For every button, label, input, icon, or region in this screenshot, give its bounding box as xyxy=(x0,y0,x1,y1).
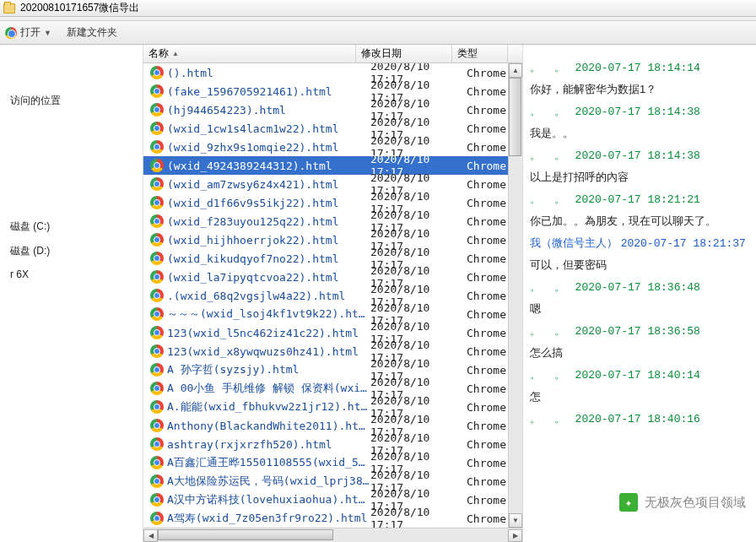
file-name: A.能能(wxid_fbhukvw2z1jr12).html xyxy=(167,399,370,415)
file-name: (wxid_la7ipyqtcvoa22).html xyxy=(167,271,370,284)
file-name: .(wxid_68q2vgsjlw4a22).html xyxy=(167,290,370,302)
file-name: A汉中方诺科技(lovehuxiaohua).html xyxy=(167,492,370,507)
sidebar-drive-c[interactable]: 磁盘 (C:) xyxy=(7,214,136,239)
file-name: (hj944654223).html xyxy=(167,104,370,117)
sidebar-drive-d[interactable]: 磁盘 (D:) xyxy=(7,239,136,263)
chat-timestamp: 。 。 2020-07-17 18:14:38 xyxy=(530,104,749,119)
scroll-track[interactable] xyxy=(509,78,522,513)
hscroll-track[interactable] xyxy=(158,529,508,542)
chrome-file-icon xyxy=(150,214,164,228)
chrome-file-icon xyxy=(150,344,164,358)
col-scroll-gap xyxy=(508,45,522,62)
sidebar-other[interactable]: r 6X xyxy=(7,263,136,285)
chrome-file-icon xyxy=(150,196,164,209)
sort-asc-icon: ▲ xyxy=(172,50,179,57)
scroll-down-icon[interactable]: ▼ xyxy=(509,513,522,528)
folder-icon xyxy=(3,3,15,14)
chrome-file-icon xyxy=(150,326,164,339)
open-button[interactable]: 打开 xyxy=(20,25,40,40)
chat-message: 你已加。。為朋友，現在可以聊天了。 xyxy=(530,214,749,229)
file-name: (wxid_hijhhoerrjok22).html xyxy=(167,234,370,247)
file-name: ～～～(wxid_lsoj4kf1vt9k22).html xyxy=(167,306,370,322)
file-list[interactable]: ().html2020/8/10 17:17Chrome HT(fake_159… xyxy=(143,63,522,528)
chrome-file-icon xyxy=(150,493,164,507)
chrome-file-icon xyxy=(150,233,164,247)
chrome-file-icon xyxy=(150,382,164,395)
file-name: A大地保险苏运民，号码(wxid_lprj384... xyxy=(167,474,370,489)
file-modified: 2020/8/10 17:17 xyxy=(370,506,467,528)
wechat-icon: ✦ xyxy=(619,493,638,512)
file-name: A 孙字哲(syzsjy).html xyxy=(167,362,370,377)
hscroll-thumb[interactable] xyxy=(158,529,333,540)
chat-message: 你好，能解密华为数据1？ xyxy=(530,82,749,97)
chat-message: 可以，但要密码 xyxy=(530,257,749,273)
chrome-file-icon xyxy=(150,512,164,525)
chat-message: 以上是打招呼的內容 xyxy=(530,170,749,185)
chrome-file-icon xyxy=(150,270,164,284)
chrome-file-icon xyxy=(150,419,164,432)
scroll-right-icon[interactable]: ▶ xyxy=(508,529,522,542)
file-name: (wxid_9zhx9s1omqie22).html xyxy=(167,141,370,154)
scroll-thumb[interactable] xyxy=(509,78,521,156)
sidebar-recent[interactable]: 访问的位置 xyxy=(7,89,136,113)
chat-message: 我是。。 xyxy=(530,126,749,141)
open-dropdown-arrow[interactable]: ▼ xyxy=(44,29,51,37)
chrome-file-icon xyxy=(150,400,164,414)
file-name: A驾寿(wxid_7z05en3fr9ro22).html xyxy=(167,511,370,526)
chrome-file-icon xyxy=(150,103,164,117)
column-headers: 名称▲ 修改日期 类型 xyxy=(143,45,522,63)
chrome-file-icon xyxy=(150,66,164,79)
horizontal-scrollbar[interactable]: ◀ ▶ xyxy=(143,528,522,542)
window-title: 20200810171657微信导出 xyxy=(20,1,139,15)
chat-timestamp: 。 。 2020-07-17 18:14:14 xyxy=(530,60,749,75)
file-name: (wxid_kikudqyof7no22).html xyxy=(167,252,370,265)
file-name: ().html xyxy=(167,67,370,79)
chat-message: 怎么搞 xyxy=(530,345,749,360)
chrome-file-icon xyxy=(150,140,164,154)
chrome-icon xyxy=(5,27,17,39)
file-name: A 00小鱼 手机维修 解锁 保资料(wxid... xyxy=(167,381,370,396)
file-name: A百鑫汇通王晔15501108555(wxid_5201... xyxy=(167,455,370,470)
chrome-file-icon xyxy=(150,363,164,377)
file-pane: 名称▲ 修改日期 类型 ().html2020/8/10 17:17Chrome… xyxy=(143,45,523,542)
file-name: 123(wxid_x8ywqwuzs0hz41).html xyxy=(167,345,370,358)
watermark: ✦ 无极灰色项目领域 xyxy=(616,491,749,513)
file-name: (wxid_am7zwsy6z4x421).html xyxy=(167,178,370,191)
toolbar: 打开 ▼ 新建文件夹 xyxy=(0,21,756,45)
file-name: 123(wxid_l5nc462iz41c22).html xyxy=(167,327,370,339)
col-modified[interactable]: 修改日期 xyxy=(356,45,452,62)
chat-message: 嗯 xyxy=(530,301,749,317)
scroll-left-icon[interactable]: ◀ xyxy=(143,529,158,542)
file-name: (wxid_1cw1s4lacm1w22).html xyxy=(167,122,370,135)
chat-timestamp: 。 。 2020-07-17 18:40:14 xyxy=(530,367,749,382)
chat-timestamp: 。 。 2020-07-17 18:40:16 xyxy=(530,411,749,426)
new-folder-button[interactable]: 新建文件夹 xyxy=(67,25,117,40)
chrome-file-icon xyxy=(150,177,164,191)
chrome-file-icon xyxy=(150,84,164,98)
chrome-file-icon xyxy=(150,122,164,135)
watermark-text: 无极灰色项目领域 xyxy=(645,495,746,511)
chrome-file-icon xyxy=(150,159,164,172)
file-row[interactable]: A驾寿(wxid_7z05en3fr9ro22).html2020/8/10 1… xyxy=(143,509,522,528)
vertical-scrollbar[interactable]: ▲ ▼ xyxy=(508,63,522,528)
col-name[interactable]: 名称▲ xyxy=(143,45,356,62)
chat-sender-me: 我（微信号主人） 2020-07-17 18:21:37 xyxy=(530,236,749,251)
chrome-file-icon xyxy=(150,474,164,488)
file-name: ashtray(rxjxrzfh520).html xyxy=(167,438,370,451)
chrome-file-icon xyxy=(150,307,164,321)
chrome-file-icon xyxy=(150,456,164,469)
chrome-file-icon xyxy=(150,289,164,302)
chat-timestamp: 。 。 2020-07-17 18:36:48 xyxy=(530,279,749,295)
chat-timestamp: 。 。 2020-07-17 18:21:21 xyxy=(530,192,749,207)
col-type[interactable]: 类型 xyxy=(452,45,508,62)
chat-message: 怎 xyxy=(530,389,749,404)
scroll-up-icon[interactable]: ▲ xyxy=(509,63,522,78)
nav-sidebar: 访问的位置 磁盘 (C:) 磁盘 (D:) r 6X xyxy=(0,45,143,542)
file-name: (wxid_d1f66v9s5ikj22).html xyxy=(167,197,370,209)
file-name: (wxid_f283uyou125q22).html xyxy=(167,215,370,228)
chat-preview-pane: 。 。 2020-07-17 18:14:14你好，能解密华为数据1？。 。 2… xyxy=(523,45,756,542)
file-name: (wxid_4924389244312).html xyxy=(167,160,370,172)
chrome-file-icon xyxy=(150,437,164,451)
file-name: Anthony(BlackandWhite2011).html xyxy=(167,420,370,432)
chat-timestamp: 。 。 2020-07-17 18:36:58 xyxy=(530,323,749,339)
